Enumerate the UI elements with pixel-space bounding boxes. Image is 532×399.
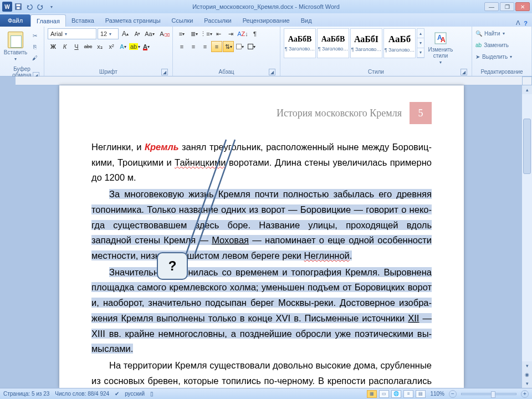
tab-file[interactable]: Файл: [0, 14, 30, 27]
superscript-button[interactable]: x²: [106, 41, 117, 52]
clear-formatting-button[interactable]: A⌫: [156, 28, 167, 39]
copy-button[interactable]: ⎘: [30, 42, 40, 52]
line-spacing-button[interactable]: ⇅▾: [223, 41, 234, 52]
group-styles-label: Стили: [368, 69, 384, 75]
tab-mailings[interactable]: Рассылки: [198, 14, 237, 27]
align-right-button[interactable]: ≡: [200, 41, 211, 52]
close-button[interactable]: ✕: [515, 2, 530, 11]
minimize-ribbon-button[interactable]: ᐱ: [516, 19, 520, 27]
horizontal-ruler[interactable]: [16, 76, 522, 85]
status-page[interactable]: Страница: 5 из 23: [3, 391, 49, 397]
paste-button[interactable]: Вставить ▾: [3, 28, 28, 65]
help-button[interactable]: ?: [524, 20, 528, 27]
view-fullscreen[interactable]: ▭: [379, 390, 389, 398]
subscript-button[interactable]: x₂: [94, 41, 105, 52]
bullets-button[interactable]: ≡▾: [176, 28, 187, 39]
increase-indent-button[interactable]: ⇥: [225, 28, 236, 39]
view-outline[interactable]: ≡: [403, 390, 413, 398]
document-body[interactable]: Неглинки, и Кремль занял треугольник, ра…: [91, 140, 432, 388]
font-name-combo[interactable]: Arial▾: [48, 28, 96, 39]
vertical-scrollbar[interactable]: ▴ ▾ ◉ ▾: [522, 85, 532, 388]
group-paragraph-label: Абзац: [218, 69, 234, 75]
align-left-button[interactable]: ≡: [176, 41, 187, 52]
next-page-button[interactable]: ▾: [522, 379, 532, 388]
numbering-button[interactable]: ≣▾: [188, 28, 200, 39]
redo-button[interactable]: [35, 2, 45, 12]
tab-home[interactable]: Главная: [30, 14, 66, 27]
proofing-icon[interactable]: ✔: [115, 391, 119, 397]
paragraph-launcher[interactable]: ◢: [269, 69, 275, 75]
svg-text:A: A: [441, 36, 446, 44]
bold-button[interactable]: Ж: [48, 41, 59, 52]
undo-button[interactable]: [24, 2, 34, 12]
style-gallery[interactable]: АаБбВ¶ Заголово… АаБбВ¶ Заголово… АаБбІ¶…: [284, 28, 424, 68]
scroll-down-button[interactable]: ▾: [522, 361, 532, 370]
decrease-indent-button[interactable]: ⇤: [213, 28, 224, 39]
status-language[interactable]: русский: [125, 391, 145, 397]
select-button[interactable]: ➤Выделить▾: [475, 52, 512, 62]
view-web[interactable]: 🌐: [391, 390, 401, 398]
style-item-0[interactable]: АаБбВ¶ Заголово…: [284, 28, 316, 58]
text-effects-button[interactable]: A▾: [117, 41, 129, 52]
align-center-button[interactable]: ≡: [188, 41, 199, 52]
tab-view[interactable]: Вид: [295, 14, 318, 27]
zoom-in-button[interactable]: +: [521, 390, 529, 398]
sort-button[interactable]: AZ↓: [237, 28, 248, 39]
page[interactable]: История московского Кремля 5 Неглинки, и…: [59, 85, 464, 388]
save-button[interactable]: [13, 2, 23, 12]
style-item-3[interactable]: АаБб¶ Заголово…: [383, 28, 416, 58]
replace-button[interactable]: abЗаменить: [475, 40, 512, 50]
scroll-thumb[interactable]: [523, 119, 531, 174]
show-marks-button[interactable]: ¶: [249, 28, 260, 39]
group-clipboard: Вставить ▾ ✂ ⎘ 🖌 Буфер обмена◢: [0, 27, 44, 76]
strikethrough-button[interactable]: abc: [83, 41, 94, 52]
tab-references[interactable]: Ссылки: [166, 14, 199, 27]
styles-launcher[interactable]: ◢: [461, 69, 467, 75]
format-painter-button[interactable]: 🖌: [30, 53, 40, 63]
underline-button[interactable]: Ч: [71, 41, 82, 52]
ruler-toggle-button[interactable]: [522, 76, 532, 85]
highlight-button[interactable]: ab▾: [129, 41, 140, 52]
grow-font-button[interactable]: A▴: [120, 28, 131, 39]
cut-button[interactable]: ✂: [30, 30, 40, 40]
tab-insert[interactable]: Вставка: [66, 14, 100, 27]
view-draft[interactable]: ▤: [416, 390, 426, 398]
shading-button[interactable]: ▾: [234, 41, 245, 52]
font-color-button[interactable]: A▾: [141, 41, 152, 52]
replace-icon: ab: [475, 42, 482, 48]
justify-button[interactable]: ≡: [211, 41, 222, 52]
style-item-1[interactable]: АаБбВ¶ Заголово…: [317, 28, 349, 58]
svg-line-7: [195, 140, 235, 254]
restore-button[interactable]: ❐: [500, 2, 514, 11]
tab-page-layout[interactable]: Разметка страницы: [100, 14, 166, 27]
italic-button[interactable]: К: [59, 41, 70, 52]
prev-page-button[interactable]: ◉: [522, 370, 532, 379]
group-font-label: Шрифт: [99, 69, 117, 75]
borders-button[interactable]: ▾: [246, 41, 257, 52]
change-styles-button[interactable]: AA Изменить стили ▾: [427, 28, 454, 68]
group-editing-label: Редактирование: [480, 69, 523, 75]
qat-customize[interactable]: ▾: [47, 2, 57, 12]
find-button[interactable]: 🔍Найти▾: [475, 28, 512, 38]
view-print-layout[interactable]: ▦: [367, 390, 377, 398]
font-launcher[interactable]: ◢: [161, 69, 168, 75]
zoom-slider-thumb[interactable]: [491, 391, 495, 398]
zoom-slider[interactable]: [461, 393, 516, 395]
zoom-out-button[interactable]: −: [449, 390, 457, 398]
minimize-button[interactable]: —: [484, 2, 499, 11]
shrink-font-button[interactable]: A▾: [132, 28, 143, 39]
scroll-up-button[interactable]: ▴: [522, 85, 532, 94]
group-editing: 🔍Найти▾ abЗаменить ➤Выделить▾ Редактиров…: [472, 27, 532, 76]
ribbon-tabs: Файл Главная Вставка Разметка страницы С…: [0, 13, 532, 27]
group-styles: АаБбВ¶ Заголово… АаБбВ¶ Заголово… АаБбІ¶…: [280, 27, 472, 76]
macro-icon[interactable]: ▯: [150, 391, 154, 397]
font-name-value: Arial: [50, 30, 63, 37]
font-size-combo[interactable]: 12▾: [98, 28, 119, 39]
tab-review[interactable]: Рецензирование: [237, 14, 295, 27]
multilevel-list-button[interactable]: ⋮≡▾: [201, 28, 212, 39]
zoom-level[interactable]: 110%: [430, 391, 444, 397]
status-word-count[interactable]: Число слов: 88/4 924: [55, 391, 109, 397]
style-item-2[interactable]: АаБбІ¶ Заголово…: [350, 28, 382, 58]
change-case-button[interactable]: Aa▾: [144, 28, 155, 39]
style-gallery-scroll[interactable]: ▴▾▾: [417, 28, 424, 58]
